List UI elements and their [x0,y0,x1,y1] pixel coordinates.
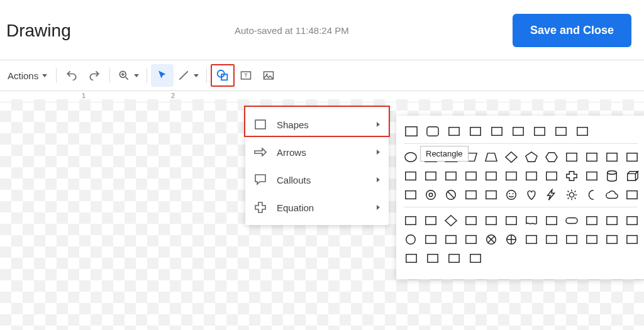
chevron-right-icon [377,177,380,182]
shape-hexagon[interactable] [545,150,558,164]
shape-snip-diagonal[interactable] [489,124,504,138]
actions-menu-button[interactable]: Actions [0,64,52,87]
save-and-close-button[interactable]: Save and Close [513,14,631,47]
svg-rect-55 [587,217,597,225]
undo-button[interactable] [60,64,83,87]
line-tool-button[interactable] [174,64,203,87]
shape-flowchart-collate[interactable] [525,233,538,246]
svg-rect-24 [607,153,617,162]
shape-round-single[interactable] [532,124,547,138]
shape-flowchart-data[interactable] [464,214,478,228]
shape-plaque[interactable] [585,169,599,183]
shape-octagon[interactable] [585,150,599,164]
shape-snip-round-single[interactable] [511,124,526,138]
shape-flowchart-sort[interactable] [545,233,558,246]
shape-flowchart-magnetic-disk[interactable] [425,251,440,265]
shape-flowchart-summing[interactable] [484,233,498,246]
menu-item-shapes[interactable]: Shapes [245,111,389,138]
shape-tool-button[interactable] [211,64,235,87]
shape-flowchart-seq-access[interactable] [404,251,419,265]
shape-lightning[interactable] [545,188,558,202]
shape-cross[interactable] [565,169,579,183]
shape-flowchart-predefined[interactable] [484,214,498,228]
redo-button[interactable] [83,64,106,87]
image-button[interactable] [257,64,280,87]
shape-double-bracket[interactable] [625,188,639,202]
shape-flowchart-process[interactable] [404,214,418,228]
shape-flowchart-connector[interactable] [404,233,418,246]
shape-can[interactable] [605,169,619,183]
shape-arc[interactable] [424,169,438,183]
shape-flowchart-manual-op[interactable] [625,214,639,228]
shape-flowchart-manual-input[interactable] [605,214,619,228]
menu-item-arrows[interactable]: Arrows [245,138,389,166]
shape-cloud[interactable] [605,188,619,202]
shape-decagon[interactable] [605,150,619,164]
shape-round-diagonal[interactable] [575,124,590,138]
shape-frame[interactable] [484,169,498,183]
shape-rounded-rectangle[interactable] [425,124,440,138]
shape-moon[interactable] [585,188,599,202]
shape-folded-corner[interactable] [484,188,498,202]
shape-flowchart-punched-tape[interactable] [464,233,478,246]
svg-rect-26 [406,172,416,180]
shape-flowchart-decision[interactable] [444,214,458,228]
menu-item-callouts[interactable]: Callouts [245,166,389,194]
svg-rect-70 [567,236,577,244]
shape-teardrop[interactable] [444,169,458,183]
svg-point-45 [513,193,514,194]
shape-flowchart-or[interactable] [504,233,518,246]
shape-sun[interactable] [565,188,579,202]
shape-flowchart-card[interactable] [444,233,458,246]
shape-flowchart-merge[interactable] [585,233,599,246]
menu-item-equation[interactable]: Equation [245,194,389,221]
shape-icon [216,69,230,82]
svg-rect-57 [627,217,637,225]
shape-rectangle[interactable] [404,124,419,138]
shape-flowchart-extract[interactable] [565,233,579,246]
select-tool-button[interactable] [151,64,174,87]
svg-rect-15 [470,128,480,136]
svg-rect-60 [446,236,456,244]
shape-l-shape[interactable] [525,169,538,183]
shape-diamond[interactable] [504,150,518,164]
shape-flowchart-multidoc[interactable] [545,214,558,228]
shape-trapezoid[interactable] [484,150,498,164]
shape-oval[interactable] [404,150,418,164]
shape-snip-single-corner[interactable] [447,124,462,138]
zoom-button[interactable] [114,64,143,87]
shape-heart[interactable] [525,188,538,202]
shape-flowchart-document[interactable] [525,214,538,228]
shape-snip-same-side[interactable] [468,124,483,138]
shape-cube[interactable] [625,169,639,183]
shape-flowchart-direct-access[interactable] [447,251,462,265]
shape-flowchart-internal-storage[interactable] [504,214,518,228]
svg-rect-68 [526,236,536,244]
shape-flowchart-delay[interactable] [625,233,639,246]
rectangle-icon [254,118,267,131]
shape-heptagon[interactable] [565,150,579,164]
shape-smiley[interactable] [504,188,518,202]
shape-round-same-side[interactable] [553,124,569,138]
shape-half-frame[interactable] [504,169,518,183]
toolbar: Actions T [0,60,644,91]
shape-block-arc[interactable] [464,188,478,202]
shape-chord[interactable] [464,169,478,183]
shape-bevel[interactable] [404,188,418,202]
svg-rect-47 [627,191,637,199]
shape-donut[interactable] [424,188,438,202]
shape-flowchart-offpage[interactable] [424,233,438,246]
shape-flowchart-stored-data[interactable] [605,233,619,246]
menu-label: Equation [277,202,314,213]
shape-flowchart-alternate[interactable] [424,214,438,228]
shape-flowchart-terminator[interactable] [565,214,579,228]
shape-pie[interactable] [404,169,418,183]
shape-dodecagon[interactable] [625,150,639,164]
shape-no-symbol[interactable] [444,188,458,202]
shape-flowchart-preparation[interactable] [585,214,599,228]
shape-flowchart-display[interactable] [468,251,483,265]
text-box-button[interactable]: T [235,64,257,87]
shape-diagonal-stripe[interactable] [545,169,558,183]
shape-pentagon[interactable] [525,150,538,164]
plus-icon [254,201,267,214]
